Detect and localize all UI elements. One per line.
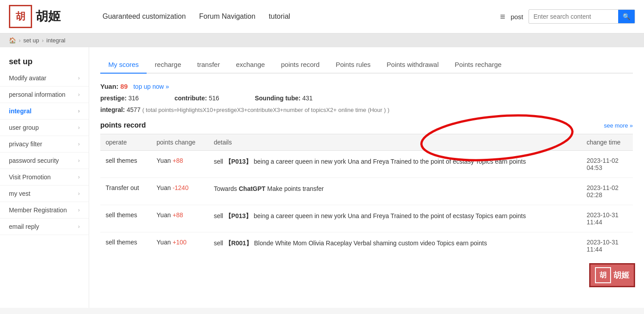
cell-change: Yuan -1240 <box>151 178 208 205</box>
chevron-right-icon: › <box>78 75 80 81</box>
sidebar: set up Modify avatar › personal informat… <box>0 47 89 308</box>
chevron-right-icon: › <box>78 91 80 98</box>
sidebar-item-password[interactable]: password security › <box>0 153 89 169</box>
breadcrumb-integral: integral <box>46 37 66 44</box>
main-layout: set up Modify avatar › personal informat… <box>0 47 644 308</box>
sidebar-item-visit[interactable]: Visit Promotion › <box>0 169 89 186</box>
chevron-right-icon: › <box>78 157 80 164</box>
chevron-right-icon: › <box>78 174 80 180</box>
tab-transfer[interactable]: transfer <box>189 56 228 73</box>
cell-details: sell 【P013】 being a career queen in new … <box>209 151 581 178</box>
search-input[interactable] <box>529 10 618 23</box>
yuan-value: 89 <box>120 83 128 90</box>
nav-forum[interactable]: Forum Navigation <box>199 12 255 21</box>
cell-operate: sell themes <box>100 232 151 260</box>
table-row: sell themesYuan +88sell 【P013】 being a c… <box>100 205 633 232</box>
cell-time: 2023-10-3111:44 <box>581 205 633 232</box>
cell-details: Towards ChatGPT Make points transfer <box>209 178 581 205</box>
table-header-row: operate points change details change tim… <box>100 134 633 151</box>
chevron-right-icon: › <box>78 190 80 197</box>
tab-my-scores[interactable]: My scores <box>100 56 147 74</box>
contribute-stat: contribute: 516 <box>174 95 219 102</box>
col-change-time: change time <box>581 134 633 151</box>
sidebar-item-vest[interactable]: my vest › <box>0 186 89 202</box>
col-points-change: points change <box>151 134 208 151</box>
content-area: My scores recharge transfer exchange poi… <box>89 47 644 308</box>
score-summary: Yuan: 89 top up now » prestige: 316 cont… <box>100 83 633 113</box>
tab-points-withdrawal[interactable]: Points withdrawal <box>379 56 447 73</box>
breadcrumb-setup[interactable]: set up <box>23 37 39 44</box>
cell-details: sell 【P013】 being a career queen in new … <box>209 205 581 232</box>
cell-details: sell 【R001】 Blonde White Mom Olivia Race… <box>209 232 581 260</box>
sidebar-item-personal[interactable]: personal information › <box>0 87 89 103</box>
points-table: operate points change details change tim… <box>100 134 633 259</box>
post-label: post <box>511 13 523 21</box>
nav-tutorial[interactable]: tutorial <box>269 12 290 21</box>
chevron-right-icon: › <box>78 207 80 213</box>
chevron-right-icon: › <box>78 223 80 230</box>
tab-points-recharge[interactable]: Points recharge <box>447 56 509 73</box>
tab-points-record[interactable]: points record <box>273 56 328 73</box>
tab-exchange[interactable]: exchange <box>228 56 273 73</box>
tab-points-rules[interactable]: Points rules <box>328 56 378 73</box>
tabs-bar: My scores recharge transfer exchange poi… <box>100 56 633 74</box>
section-title: points record <box>100 121 146 129</box>
table-row: sell themesYuan +100sell 【R001】 Blonde W… <box>100 232 633 260</box>
stats-row: prestige: 316 contribute: 516 Sounding t… <box>100 95 633 102</box>
breadcrumb: 🏠 › set up › integral <box>0 33 644 47</box>
nav-links: Guaranteed customization Forum Navigatio… <box>103 12 487 21</box>
topup-link[interactable]: top up now » <box>133 83 169 90</box>
sidebar-item-integral[interactable]: integral › <box>0 103 89 120</box>
search-button[interactable]: 🔍 <box>618 10 635 23</box>
col-operate: operate <box>100 134 151 151</box>
chevron-right-icon: › <box>78 141 80 147</box>
sidebar-item-email[interactable]: email reply › <box>0 219 89 235</box>
table-row: sell themesYuan +88sell 【P013】 being a c… <box>100 151 633 178</box>
yuan-label: Yuan: <box>100 83 119 90</box>
cell-operate: sell themes <box>100 205 151 232</box>
logo-text: 胡姬 <box>36 8 61 25</box>
integral-line: integral: 4577 ( total points=Highlights… <box>100 106 633 113</box>
cell-time: 2023-11-0202:28 <box>581 178 633 205</box>
sidebar-item-avatar[interactable]: Modify avatar › <box>0 70 89 87</box>
cell-change: Yuan +100 <box>151 232 208 260</box>
col-details: details <box>209 134 581 151</box>
yuan-line: Yuan: 89 top up now » <box>100 83 633 90</box>
breadcrumb-home[interactable]: 🏠 <box>9 37 16 44</box>
sidebar-item-member[interactable]: Member Registration › <box>0 202 89 219</box>
sounding-stat: Sounding tube: 431 <box>255 95 313 102</box>
cell-operate: Transfer out <box>100 178 151 205</box>
sidebar-title: set up <box>0 52 89 70</box>
cell-change: Yuan +88 <box>151 205 208 232</box>
cell-operate: sell themes <box>100 151 151 178</box>
sidebar-item-privacy[interactable]: privacy filter › <box>0 136 89 153</box>
tab-recharge[interactable]: recharge <box>147 56 189 73</box>
logo-area: 胡 胡姬 <box>9 5 89 28</box>
chevron-right-icon: › <box>78 124 80 131</box>
table-row: Transfer outYuan -1240Towards ChatGPT Ma… <box>100 178 633 205</box>
prestige-stat: prestige: 316 <box>100 95 139 102</box>
sidebar-item-usergroup[interactable]: user group › <box>0 120 89 136</box>
nav-customization[interactable]: Guaranteed customization <box>103 12 186 21</box>
logo-icon: 胡 <box>9 5 32 28</box>
cell-time: 2023-11-0204:53 <box>581 151 633 178</box>
chevron-right-icon: › <box>78 108 80 114</box>
see-more-link[interactable]: see more » <box>604 122 633 129</box>
header: 胡 胡姬 Guaranteed customization Forum Navi… <box>0 0 644 33</box>
section-header: points record see more » <box>100 121 633 129</box>
cell-time: 2023-10-3111:44 <box>581 232 633 260</box>
header-right: ≡ post 🔍 <box>500 9 635 24</box>
menu-icon[interactable]: ≡ <box>500 12 505 22</box>
search-bar: 🔍 <box>529 9 635 24</box>
cell-change: Yuan +88 <box>151 151 208 178</box>
